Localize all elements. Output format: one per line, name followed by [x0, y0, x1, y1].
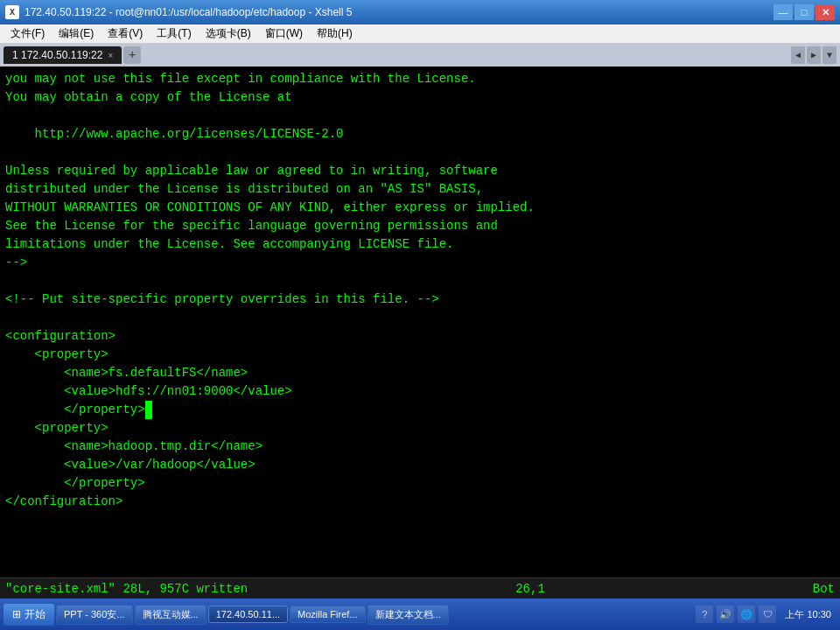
term-line-10: limitations under the License. See accom… [5, 235, 835, 254]
term-line-7: distributed under the License is distrib… [5, 180, 835, 199]
status-bar: "core-site.xml" 28L, 957C written 26,1 B… [0, 578, 840, 598]
term-line-9: See the License for the specific languag… [5, 217, 835, 235]
tab-next-button[interactable]: ▶ [807, 46, 821, 64]
term-line-19: </property> [5, 401, 835, 419]
system-clock: 上午 10:30 [780, 608, 836, 621]
status-scroll: Bot [813, 582, 835, 596]
term-line-8: WITHOUT WARRANTIES OR CONDITIONS OF ANY … [5, 199, 835, 217]
tab-navigation: ◀ ▶ ▼ [791, 46, 836, 64]
term-line-14 [5, 309, 835, 327]
term-line-18: <value>hdfs://nn01:9000</value> [5, 382, 835, 401]
term-line-13: <!-- Put site-specific property override… [5, 290, 835, 309]
term-line-24: </configuration> [5, 493, 835, 511]
taskbar-btn-firefox[interactable]: Mozilla Firef... [290, 606, 365, 623]
start-button[interactable]: ⊞ 开始 [4, 604, 54, 626]
new-tab-button[interactable]: + [123, 46, 141, 64]
term-line-23: </property> [5, 474, 835, 493]
terminal[interactable]: you may not use this file except in comp… [0, 66, 840, 514]
terminal-container: you may not use this file except in comp… [0, 66, 840, 578]
term-line-15: <configuration> [5, 327, 835, 346]
term-line-2: You may obtain a copy of the License at [5, 88, 835, 107]
menu-window[interactable]: 窗口(W) [258, 24, 310, 43]
menu-help[interactable]: 帮助(H) [310, 24, 360, 43]
term-line-22: <value>/var/hadoop</value> [5, 456, 835, 474]
menu-tabs[interactable]: 选项卡(B) [199, 24, 258, 43]
taskbar-btn-tengshi[interactable]: 腾视互动媒... [135, 605, 206, 625]
tray-icon-network[interactable]: 🌐 [738, 606, 755, 623]
title-bar: X 172.40.50.119:22 - root@nn01:/usr/loca… [0, 0, 840, 24]
taskbar-btn-ppt[interactable]: PPT - 360安... [56, 605, 133, 625]
tab-bar: 1 172.40.50.119:22 × + ◀ ▶ ▼ [0, 44, 840, 66]
taskbar: ⊞ 开始 PPT - 360安... 腾视互动媒... 172.40.50.11… [0, 598, 840, 630]
menu-tools[interactable]: 工具(T) [150, 24, 198, 43]
close-button[interactable]: ✕ [816, 4, 835, 20]
tray-icon-antivirus[interactable]: 🛡 [759, 606, 776, 623]
menu-view[interactable]: 查看(V) [101, 24, 150, 43]
term-line-21: <name>hadoop.tmp.dir</name> [5, 438, 835, 456]
start-icon: ⊞ [12, 608, 21, 620]
window-title: 172.40.50.119:22 - root@nn01:/usr/local/… [24, 6, 352, 18]
start-label: 开始 [24, 607, 46, 622]
status-position: 26,1 [515, 582, 545, 596]
term-line-1: you may not use this file except in comp… [5, 70, 835, 88]
taskbar-btn-textfile[interactable]: 新建文本文档... [368, 605, 449, 625]
term-line-11: --> [5, 254, 835, 272]
tab-prev-button[interactable]: ◀ [791, 46, 805, 64]
app-icon: X [5, 5, 19, 19]
menu-file[interactable]: 文件(F) [4, 24, 52, 43]
tab-1[interactable]: 1 172.40.50.119:22 × [4, 46, 122, 64]
tray-icon-2[interactable]: 🔊 [717, 606, 734, 623]
term-line-16: <property> [5, 346, 835, 364]
status-filename: "core-site.xml" 28L, 957C written [5, 582, 248, 596]
term-line-4: http://www.apache.org/licenses/LICENSE-2… [5, 125, 835, 144]
tab-close-button[interactable]: × [108, 51, 113, 60]
term-line-5 [5, 144, 835, 162]
term-line-3 [5, 107, 835, 125]
term-line-20: <property> [5, 419, 835, 438]
window-controls: — □ ✕ [774, 4, 835, 20]
minimize-button[interactable]: — [774, 4, 793, 20]
tab-label: 1 172.40.50.119:22 [12, 49, 102, 61]
term-line-6: Unless required by applicable law or agr… [5, 162, 835, 180]
term-line-17: <name>fs.defaultFS</name> [5, 364, 835, 382]
taskbar-btn-xshell[interactable]: 172.40.50.11... [208, 606, 288, 623]
term-line-12 [5, 272, 835, 290]
tray-icon-1[interactable]: ? [696, 606, 713, 623]
tab-dropdown-button[interactable]: ▼ [822, 46, 836, 64]
system-tray: ? 🔊 🌐 🛡 上午 10:30 [696, 606, 836, 623]
menu-bar: 文件(F) 编辑(E) 查看(V) 工具(T) 选项卡(B) 窗口(W) 帮助(… [0, 24, 840, 44]
menu-edit[interactable]: 编辑(E) [52, 24, 101, 43]
maximize-button[interactable]: □ [794, 4, 814, 20]
